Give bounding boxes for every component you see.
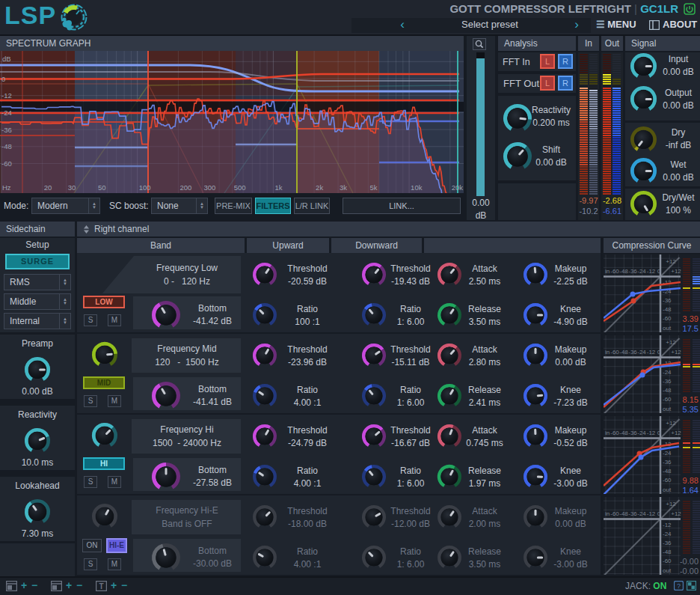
svg-text:-0.00: -0.00	[680, 557, 699, 566]
svg-text:10k: 10k	[411, 183, 423, 192]
svg-text:-48: -48	[619, 510, 628, 517]
svg-text:-24: -24	[637, 349, 646, 356]
svg-text:-60: -60	[663, 558, 672, 564]
svg-text:-48: -48	[619, 268, 628, 275]
svg-text:-60: -60	[610, 510, 619, 517]
svg-text:+12: +12	[666, 501, 676, 507]
svg-text:5.35: 5.35	[683, 405, 699, 413]
svg-text:-48: -48	[663, 387, 672, 394]
svg-text:100: 100	[139, 183, 151, 192]
svg-text:-36: -36	[663, 297, 672, 304]
svg-text:17.5: 17.5	[683, 324, 699, 332]
svg-text:-24: -24	[637, 430, 646, 436]
svg-text:8.15: 8.15	[683, 395, 699, 404]
svg-text:300: 300	[203, 183, 215, 192]
svg-text:-60: -60	[663, 477, 672, 483]
svg-text:-24: -24	[637, 510, 646, 517]
svg-text:-36: -36	[663, 540, 672, 546]
svg-text:+12: +12	[671, 268, 681, 275]
svg-text:out: out	[663, 567, 672, 574]
svg-text:3k: 3k	[340, 183, 347, 192]
svg-text:-12: -12	[647, 430, 656, 436]
svg-text:-36: -36	[628, 268, 637, 275]
svg-text:-48: -48	[619, 349, 628, 356]
svg-text:-48: -48	[1, 142, 12, 150]
svg-text:2k: 2k	[316, 183, 323, 192]
svg-text:-12: -12	[647, 349, 656, 356]
svg-text:dB: dB	[2, 55, 11, 63]
svg-text:-48: -48	[619, 430, 628, 436]
svg-text:in: in	[605, 268, 610, 275]
svg-text:0: 0	[657, 349, 661, 356]
svg-text:200: 200	[179, 183, 191, 192]
svg-text:5k: 5k	[369, 183, 377, 192]
svg-text:-60: -60	[610, 349, 619, 356]
svg-text:-48: -48	[663, 306, 672, 313]
svg-text:30: 30	[68, 183, 76, 192]
svg-text:-24: -24	[637, 268, 646, 275]
svg-text:+12: +12	[671, 510, 681, 517]
svg-text:out: out	[663, 486, 672, 493]
svg-text:20k: 20k	[452, 183, 464, 192]
svg-text:+12: +12	[671, 430, 681, 436]
svg-text:-24: -24	[663, 531, 672, 537]
svg-text:500: 500	[234, 183, 246, 192]
svg-text:-60: -60	[663, 315, 672, 322]
svg-text:-36: -36	[1, 126, 12, 134]
svg-text:Hz: Hz	[2, 183, 11, 192]
svg-text:0: 0	[657, 430, 661, 436]
svg-text:-60: -60	[610, 268, 619, 275]
svg-text:-12: -12	[647, 268, 656, 275]
svg-text:out: out	[663, 325, 672, 332]
svg-text:1.64: 1.64	[683, 486, 699, 494]
svg-text:-24: -24	[663, 369, 672, 376]
svg-text:in: in	[605, 430, 610, 436]
svg-text:3.39: 3.39	[683, 314, 699, 323]
svg-text:-12: -12	[663, 522, 672, 528]
svg-text:T: T	[99, 582, 103, 591]
svg-text:9.88: 9.88	[683, 476, 699, 485]
svg-text:1k: 1k	[274, 183, 282, 192]
svg-text:-48: -48	[663, 468, 672, 475]
svg-text:-36: -36	[628, 510, 637, 517]
svg-text:-24: -24	[1, 109, 12, 117]
svg-text:-60: -60	[1, 159, 12, 168]
svg-text:-36: -36	[628, 349, 637, 356]
svg-text:-36: -36	[628, 430, 637, 436]
svg-text:-36: -36	[663, 459, 672, 466]
svg-text:0: 0	[1, 75, 5, 83]
svg-text:-48: -48	[663, 549, 672, 555]
svg-text:20: 20	[44, 183, 52, 192]
svg-text:-36: -36	[663, 378, 672, 385]
svg-text:-12: -12	[1, 91, 12, 100]
svg-text:+12: +12	[666, 420, 676, 427]
svg-text:0: 0	[657, 268, 661, 275]
svg-text:-0.00: -0.00	[680, 567, 699, 575]
svg-text:0: 0	[657, 510, 661, 517]
svg-text:out: out	[663, 406, 672, 412]
svg-text:+12: +12	[666, 339, 676, 346]
svg-text:50: 50	[98, 183, 106, 192]
svg-text:-60: -60	[663, 396, 672, 403]
svg-text:-24: -24	[663, 450, 672, 457]
svg-text:?: ?	[677, 582, 681, 590]
svg-text:in: in	[605, 510, 610, 517]
svg-text:+12: +12	[671, 349, 681, 356]
svg-text:in: in	[605, 349, 610, 356]
svg-text:-60: -60	[610, 430, 619, 436]
svg-text:+12: +12	[666, 258, 676, 265]
svg-text:-12: -12	[647, 510, 656, 517]
